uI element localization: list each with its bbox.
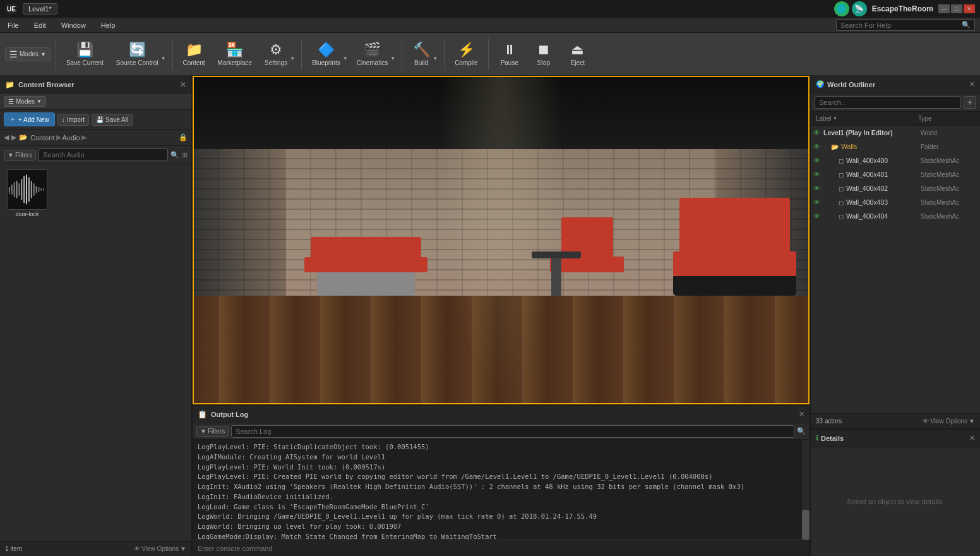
marketplace-button[interactable]: 🏪 Marketplace (213, 36, 257, 73)
log-line: LogWorld: Bringing /Game/UEDPIE_0_Level1… (198, 512, 797, 522)
svg-rect-18 (14, 190, 15, 195)
visibility-icon[interactable]: 👁 (813, 157, 822, 164)
pause-icon: ⏸ (503, 42, 517, 58)
wo-type-column: Type (918, 115, 975, 122)
cinematics-arrow: ▼ (390, 56, 395, 61)
wo-label-column: Label ▼ (816, 115, 916, 122)
wo-sort-arrow[interactable]: ▼ (832, 116, 837, 121)
visibility-icon[interactable]: 👁 (813, 143, 822, 150)
compile-icon: ⚡ (458, 42, 475, 58)
wo-item[interactable]: 👁◻Wall_400x402StaticMeshAc (811, 181, 980, 195)
cb-search-input[interactable] (39, 148, 168, 161)
wo-item[interactable]: 👁Level1 (Play In Editor)World (811, 126, 980, 140)
save-current-button[interactable]: 💾 Save Current (61, 36, 109, 73)
source-control-button[interactable]: 🔄 Source Control ▼ (111, 36, 167, 73)
visibility-icon[interactable]: 👁 (813, 129, 822, 136)
log-scrollbar-thumb[interactable] (802, 510, 810, 540)
import-button[interactable]: ↓ Import (57, 114, 89, 126)
world-outliner-title: World Outliner (827, 81, 967, 88)
settings-label: Settings (265, 59, 287, 66)
save-all-button[interactable]: 💾 Save All (92, 114, 133, 126)
console-input-bar (193, 540, 810, 556)
wo-item[interactable]: 👁📂WallsFolder (811, 140, 980, 154)
level-name-tab[interactable]: Level1* (23, 3, 57, 15)
svg-rect-6 (21, 179, 22, 200)
profile-icon-2[interactable]: 📡 (852, 1, 867, 16)
console-input[interactable] (193, 540, 810, 556)
build-arrow: ▼ (433, 56, 438, 61)
stop-label: Stop (537, 59, 551, 66)
build-button[interactable]: 🔨 Build ▼ (407, 36, 439, 73)
wo-search-input[interactable] (815, 96, 961, 109)
save-all-label: Save All (105, 116, 128, 123)
wall-bricks-texture (286, 149, 716, 296)
asset-door-lock-thumb (7, 169, 47, 210)
log-search-icon[interactable]: 🔍 (797, 427, 806, 435)
viewport[interactable] (193, 76, 810, 404)
output-log: 📋 Output Log ✕ ▼ Filters 🔍 LogPlayLevel:… (193, 404, 810, 556)
svg-rect-1 (9, 187, 10, 192)
minimize-button[interactable]: — (938, 4, 950, 13)
cb-forward-arrow[interactable]: ▶ (11, 133, 16, 142)
maximize-button[interactable]: □ (951, 4, 962, 13)
wo-item-type: StaticMeshAc (921, 157, 977, 164)
svg-rect-10 (31, 181, 32, 198)
menu-window[interactable]: Window (59, 20, 88, 30)
eject-button[interactable]: ⏏ Eject (562, 36, 594, 73)
wo-add-button[interactable]: ＋ (964, 96, 976, 109)
visibility-icon[interactable]: 👁 (813, 184, 822, 192)
settings-button[interactable]: ⚙ Settings ▼ (260, 36, 296, 73)
content-button[interactable]: 📁 Content (178, 36, 210, 73)
asset-door-lock[interactable]: door-lock (5, 169, 49, 217)
cb-filters-button[interactable]: ▼ Filters (4, 150, 36, 160)
wo-item-type: StaticMeshAc (921, 213, 977, 220)
wo-item-name: Wall_400x404 (846, 212, 921, 220)
wo-item[interactable]: 👁◻Wall_400x401StaticMeshAc (811, 167, 980, 181)
world-outliner-close[interactable]: ✕ (969, 80, 975, 88)
compile-button[interactable]: ⚡ Compile (450, 36, 483, 73)
profile-icon-1[interactable]: 🌐 (834, 1, 849, 16)
search-help-icon: 🔍 (962, 21, 971, 29)
left-panel: 📁 Content Browser ✕ ☰ Modes ▼ ＋ + Add Ne… (0, 76, 193, 556)
details-close[interactable]: ✕ (969, 434, 975, 442)
wo-item[interactable]: 👁◻Wall_400x403StaticMeshAc (811, 195, 980, 209)
menu-help[interactable]: Help (99, 20, 118, 30)
log-line: LogInit: XAudio2 using 'Speakers (Realte… (198, 482, 797, 492)
close-button[interactable]: ✕ (964, 4, 975, 13)
blueprints-button[interactable]: 🔷 Blueprints ▼ (307, 36, 349, 73)
wo-item-type: StaticMeshAc (921, 171, 977, 178)
cb-search-icon[interactable]: 🔍 (170, 151, 179, 159)
cb-lock-icon[interactable]: 🔒 (179, 133, 188, 142)
add-new-button[interactable]: ＋ + Add New (4, 112, 55, 126)
modes-button[interactable]: ☰ Modes ▼ (5, 47, 51, 61)
wo-item[interactable]: 👁◻Wall_400x404StaticMeshAc (811, 209, 980, 223)
menu-edit[interactable]: Edit (32, 20, 49, 30)
log-line: LogPlayLevel: PIE: Created PIE world by … (198, 472, 797, 482)
visibility-icon[interactable]: 👁 (813, 171, 822, 178)
visibility-icon[interactable]: 👁 (813, 212, 822, 220)
menu-file[interactable]: File (5, 20, 21, 30)
wo-item[interactable]: 👁◻Wall_400x400StaticMeshAc (811, 154, 980, 167)
log-filters-button[interactable]: ▼ Filters (196, 426, 229, 437)
stop-button[interactable]: ⏹ Stop (528, 36, 559, 73)
breadcrumb-audio[interactable]: Audio (63, 134, 80, 142)
cb-folder-icon[interactable]: 📂 (19, 133, 28, 142)
toolbar-sep-2 (172, 39, 173, 70)
log-search-input[interactable] (231, 425, 794, 438)
content-browser-close[interactable]: ✕ (180, 80, 186, 89)
cb-view-options[interactable]: 👁 View Options ▼ (134, 545, 186, 552)
search-for-help-input[interactable] (840, 21, 962, 29)
cb-grid-icon[interactable]: ⊞ (182, 151, 188, 159)
visibility-icon[interactable]: 👁 (813, 198, 822, 206)
compile-label: Compile (455, 59, 478, 66)
cinematics-button[interactable]: 🎬 Cinematics ▼ (352, 36, 397, 73)
wo-view-options[interactable]: 👁 View Options ▼ (923, 418, 975, 425)
log-scrollbar-track[interactable] (802, 440, 810, 540)
pause-button[interactable]: ⏸ Pause (494, 36, 525, 73)
details-empty-text: Select an object to view details. (847, 498, 943, 505)
cb-back-arrow[interactable]: ◀ (4, 133, 9, 142)
modes-toggle[interactable]: ☰ Modes ▼ (4, 96, 46, 107)
breadcrumb-content[interactable]: Content (30, 134, 55, 142)
log-line: LogPlayLevel: PIE: World Init took: (0.0… (198, 462, 797, 473)
output-log-close[interactable]: ✕ (799, 410, 804, 418)
